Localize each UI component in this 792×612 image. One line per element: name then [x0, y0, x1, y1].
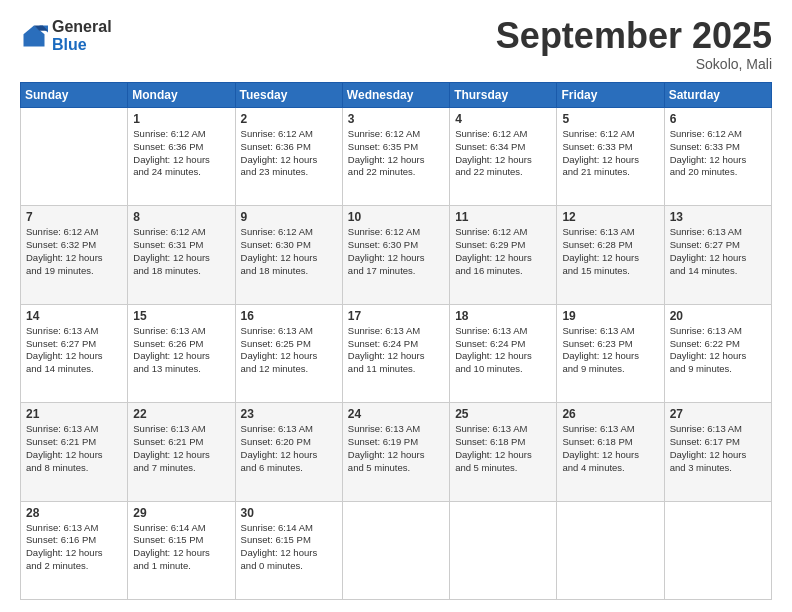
calendar-cell: 18Sunrise: 6:13 AM Sunset: 6:24 PM Dayli…: [450, 304, 557, 402]
calendar-cell: 3Sunrise: 6:12 AM Sunset: 6:35 PM Daylig…: [342, 108, 449, 206]
day-info: Sunrise: 6:12 AM Sunset: 6:30 PM Dayligh…: [241, 226, 337, 277]
day-info: Sunrise: 6:13 AM Sunset: 6:27 PM Dayligh…: [670, 226, 766, 277]
logo-icon: [20, 22, 48, 50]
day-number: 3: [348, 112, 444, 126]
day-number: 10: [348, 210, 444, 224]
day-number: 22: [133, 407, 229, 421]
calendar-day-header: Wednesday: [342, 83, 449, 108]
day-info: Sunrise: 6:12 AM Sunset: 6:36 PM Dayligh…: [241, 128, 337, 179]
calendar-cell: 15Sunrise: 6:13 AM Sunset: 6:26 PM Dayli…: [128, 304, 235, 402]
calendar-cell: 26Sunrise: 6:13 AM Sunset: 6:18 PM Dayli…: [557, 403, 664, 501]
day-number: 6: [670, 112, 766, 126]
day-number: 16: [241, 309, 337, 323]
day-number: 11: [455, 210, 551, 224]
day-number: 14: [26, 309, 122, 323]
calendar-week-row: 28Sunrise: 6:13 AM Sunset: 6:16 PM Dayli…: [21, 501, 772, 599]
day-number: 12: [562, 210, 658, 224]
day-number: 8: [133, 210, 229, 224]
day-number: 9: [241, 210, 337, 224]
calendar-cell: 7Sunrise: 6:12 AM Sunset: 6:32 PM Daylig…: [21, 206, 128, 304]
calendar-cell: 12Sunrise: 6:13 AM Sunset: 6:28 PM Dayli…: [557, 206, 664, 304]
day-info: Sunrise: 6:13 AM Sunset: 6:25 PM Dayligh…: [241, 325, 337, 376]
day-number: 15: [133, 309, 229, 323]
logo-blue: Blue: [52, 36, 112, 54]
calendar-week-row: 1Sunrise: 6:12 AM Sunset: 6:36 PM Daylig…: [21, 108, 772, 206]
day-number: 27: [670, 407, 766, 421]
calendar-cell: 4Sunrise: 6:12 AM Sunset: 6:34 PM Daylig…: [450, 108, 557, 206]
day-info: Sunrise: 6:13 AM Sunset: 6:24 PM Dayligh…: [348, 325, 444, 376]
calendar-cell: 10Sunrise: 6:12 AM Sunset: 6:30 PM Dayli…: [342, 206, 449, 304]
calendar-cell: 24Sunrise: 6:13 AM Sunset: 6:19 PM Dayli…: [342, 403, 449, 501]
calendar-week-row: 7Sunrise: 6:12 AM Sunset: 6:32 PM Daylig…: [21, 206, 772, 304]
day-info: Sunrise: 6:13 AM Sunset: 6:28 PM Dayligh…: [562, 226, 658, 277]
day-info: Sunrise: 6:14 AM Sunset: 6:15 PM Dayligh…: [133, 522, 229, 573]
calendar: SundayMondayTuesdayWednesdayThursdayFrid…: [20, 82, 772, 600]
day-info: Sunrise: 6:12 AM Sunset: 6:35 PM Dayligh…: [348, 128, 444, 179]
location: Sokolo, Mali: [496, 56, 772, 72]
day-info: Sunrise: 6:12 AM Sunset: 6:29 PM Dayligh…: [455, 226, 551, 277]
calendar-cell: 6Sunrise: 6:12 AM Sunset: 6:33 PM Daylig…: [664, 108, 771, 206]
day-info: Sunrise: 6:13 AM Sunset: 6:16 PM Dayligh…: [26, 522, 122, 573]
calendar-cell: 5Sunrise: 6:12 AM Sunset: 6:33 PM Daylig…: [557, 108, 664, 206]
calendar-cell: [664, 501, 771, 599]
day-info: Sunrise: 6:13 AM Sunset: 6:22 PM Dayligh…: [670, 325, 766, 376]
day-number: 25: [455, 407, 551, 421]
day-number: 29: [133, 506, 229, 520]
day-info: Sunrise: 6:13 AM Sunset: 6:26 PM Dayligh…: [133, 325, 229, 376]
calendar-cell: 25Sunrise: 6:13 AM Sunset: 6:18 PM Dayli…: [450, 403, 557, 501]
day-info: Sunrise: 6:13 AM Sunset: 6:27 PM Dayligh…: [26, 325, 122, 376]
day-number: 23: [241, 407, 337, 421]
logo: General Blue: [20, 18, 112, 53]
day-info: Sunrise: 6:13 AM Sunset: 6:20 PM Dayligh…: [241, 423, 337, 474]
day-number: 13: [670, 210, 766, 224]
day-number: 7: [26, 210, 122, 224]
day-info: Sunrise: 6:13 AM Sunset: 6:17 PM Dayligh…: [670, 423, 766, 474]
logo-general: General: [52, 18, 112, 36]
calendar-cell: 2Sunrise: 6:12 AM Sunset: 6:36 PM Daylig…: [235, 108, 342, 206]
month-title: September 2025: [496, 18, 772, 54]
calendar-cell: 9Sunrise: 6:12 AM Sunset: 6:30 PM Daylig…: [235, 206, 342, 304]
calendar-cell: 28Sunrise: 6:13 AM Sunset: 6:16 PM Dayli…: [21, 501, 128, 599]
day-info: Sunrise: 6:12 AM Sunset: 6:34 PM Dayligh…: [455, 128, 551, 179]
day-info: Sunrise: 6:12 AM Sunset: 6:33 PM Dayligh…: [670, 128, 766, 179]
day-number: 2: [241, 112, 337, 126]
calendar-cell: 13Sunrise: 6:13 AM Sunset: 6:27 PM Dayli…: [664, 206, 771, 304]
calendar-day-header: Sunday: [21, 83, 128, 108]
calendar-cell: 1Sunrise: 6:12 AM Sunset: 6:36 PM Daylig…: [128, 108, 235, 206]
day-info: Sunrise: 6:13 AM Sunset: 6:18 PM Dayligh…: [455, 423, 551, 474]
calendar-cell: 29Sunrise: 6:14 AM Sunset: 6:15 PM Dayli…: [128, 501, 235, 599]
calendar-cell: 20Sunrise: 6:13 AM Sunset: 6:22 PM Dayli…: [664, 304, 771, 402]
day-info: Sunrise: 6:13 AM Sunset: 6:24 PM Dayligh…: [455, 325, 551, 376]
calendar-cell: [557, 501, 664, 599]
calendar-cell: 16Sunrise: 6:13 AM Sunset: 6:25 PM Dayli…: [235, 304, 342, 402]
day-info: Sunrise: 6:14 AM Sunset: 6:15 PM Dayligh…: [241, 522, 337, 573]
calendar-cell: 8Sunrise: 6:12 AM Sunset: 6:31 PM Daylig…: [128, 206, 235, 304]
day-info: Sunrise: 6:13 AM Sunset: 6:19 PM Dayligh…: [348, 423, 444, 474]
day-info: Sunrise: 6:13 AM Sunset: 6:21 PM Dayligh…: [26, 423, 122, 474]
page: General Blue September 2025 Sokolo, Mali…: [0, 0, 792, 612]
calendar-cell: 23Sunrise: 6:13 AM Sunset: 6:20 PM Dayli…: [235, 403, 342, 501]
day-info: Sunrise: 6:12 AM Sunset: 6:31 PM Dayligh…: [133, 226, 229, 277]
calendar-cell: [450, 501, 557, 599]
day-number: 1: [133, 112, 229, 126]
calendar-cell: 27Sunrise: 6:13 AM Sunset: 6:17 PM Dayli…: [664, 403, 771, 501]
calendar-day-header: Monday: [128, 83, 235, 108]
day-number: 20: [670, 309, 766, 323]
calendar-cell: 19Sunrise: 6:13 AM Sunset: 6:23 PM Dayli…: [557, 304, 664, 402]
day-number: 28: [26, 506, 122, 520]
day-number: 19: [562, 309, 658, 323]
calendar-cell: 22Sunrise: 6:13 AM Sunset: 6:21 PM Dayli…: [128, 403, 235, 501]
calendar-week-row: 14Sunrise: 6:13 AM Sunset: 6:27 PM Dayli…: [21, 304, 772, 402]
day-info: Sunrise: 6:12 AM Sunset: 6:30 PM Dayligh…: [348, 226, 444, 277]
day-number: 4: [455, 112, 551, 126]
calendar-cell: [21, 108, 128, 206]
day-number: 5: [562, 112, 658, 126]
calendar-day-header: Saturday: [664, 83, 771, 108]
day-number: 21: [26, 407, 122, 421]
day-number: 30: [241, 506, 337, 520]
day-number: 24: [348, 407, 444, 421]
calendar-cell: 30Sunrise: 6:14 AM Sunset: 6:15 PM Dayli…: [235, 501, 342, 599]
day-info: Sunrise: 6:13 AM Sunset: 6:21 PM Dayligh…: [133, 423, 229, 474]
header: General Blue September 2025 Sokolo, Mali: [20, 18, 772, 72]
calendar-cell: [342, 501, 449, 599]
